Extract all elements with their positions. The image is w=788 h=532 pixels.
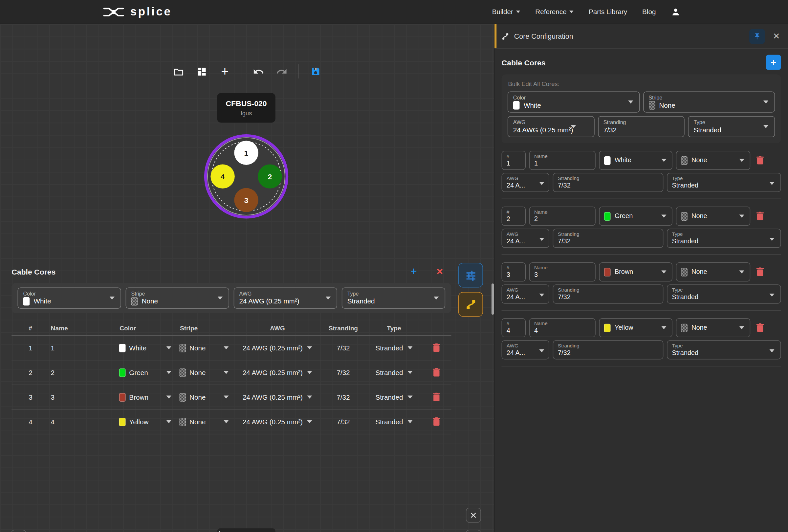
nav-item-reference[interactable]: Reference — [535, 8, 574, 16]
delete-core-icon[interactable] — [421, 417, 451, 426]
save-icon[interactable] — [309, 65, 322, 78]
core-number-field[interactable]: #4 — [502, 318, 526, 337]
color-select[interactable]: White — [117, 343, 178, 352]
open-project-icon[interactable] — [172, 65, 185, 78]
undo-icon[interactable] — [252, 65, 265, 78]
core-4[interactable]: 4 — [211, 164, 234, 189]
row-divider — [502, 199, 781, 199]
stripe-select[interactable]: None — [177, 393, 234, 401]
stripe-select[interactable]: None — [177, 417, 234, 426]
stranding-input[interactable]: Stranding7/32 — [553, 173, 664, 192]
close-overlay-button[interactable] — [466, 508, 481, 523]
core-number-field[interactable]: #1 — [502, 151, 526, 170]
delete-core-icon[interactable] — [421, 343, 451, 352]
bulk-color-select[interactable]: Color White — [18, 288, 121, 309]
bulk-stripe-select[interactable]: Stripe None — [126, 288, 229, 309]
color-select[interactable]: Yellow — [599, 318, 672, 337]
delete-core-icon[interactable] — [754, 262, 766, 281]
layout-dashboard-icon[interactable] — [195, 65, 209, 78]
awg-select[interactable]: 24 AWG (0.25 mm²) — [235, 393, 320, 401]
awg-select[interactable]: 24 AWG (0.25 mm²) — [235, 418, 320, 426]
core-number: 4 — [12, 418, 50, 426]
bulk-color-select[interactable]: Color White — [508, 92, 639, 113]
awg-select[interactable]: 24 AWG (0.25 mm²) — [235, 344, 320, 352]
core-name-field[interactable]: 4 — [50, 418, 117, 426]
color-select[interactable]: Brown — [599, 262, 672, 281]
stripe-select[interactable]: None — [676, 151, 751, 170]
color-select[interactable]: Green — [117, 368, 178, 377]
core-name-field[interactable]: Name1 — [529, 151, 596, 170]
core-name-field[interactable]: Name4 — [529, 318, 596, 337]
stranding-input[interactable]: Stranding7/32 — [553, 340, 664, 359]
core-configuration-tool-button[interactable] — [458, 292, 483, 317]
stripe-select[interactable]: None — [177, 343, 234, 352]
bulk-awg-select[interactable]: AWG 24 AWG (0.25 mm²) — [508, 116, 594, 137]
nav-item-parts-library[interactable]: Parts Library — [589, 8, 627, 16]
type-select[interactable]: Stranded — [367, 393, 421, 401]
type-select[interactable]: TypeStranded — [667, 229, 781, 248]
core-name-field[interactable]: 1 — [50, 344, 117, 352]
core-number-field[interactable]: #3 — [502, 262, 526, 281]
stripe-none-swatch — [681, 323, 688, 332]
bulk-stripe-select[interactable]: Stripe None — [643, 92, 775, 113]
core-3[interactable]: 3 — [234, 188, 258, 212]
expand-right-button[interactable] — [466, 530, 481, 532]
core-name-field[interactable]: Name2 — [529, 206, 596, 225]
awg-select[interactable]: 24 AWG (0.25 mm²) — [235, 369, 320, 376]
user-account-icon[interactable] — [671, 7, 680, 16]
stranding-input[interactable]: Stranding7/32 — [553, 229, 664, 248]
close-section-icon[interactable]: ✕ — [436, 266, 443, 276]
pin-panel-button[interactable] — [749, 29, 765, 43]
scrollbar-thumb[interactable] — [492, 283, 494, 315]
bulk-stranding-input[interactable]: Stranding 7/32 — [598, 116, 685, 137]
type-select[interactable]: TypeStranded — [667, 284, 781, 303]
type-select[interactable]: Stranded — [367, 418, 421, 426]
color-select[interactable]: Yellow — [117, 417, 178, 426]
delete-core-icon[interactable] — [421, 392, 451, 401]
close-panel-icon[interactable]: ✕ — [770, 30, 783, 42]
core-name-field[interactable]: 2 — [50, 369, 117, 376]
type-select[interactable]: TypeStranded — [667, 173, 781, 192]
delete-core-icon[interactable] — [754, 151, 766, 170]
nav-item-blog[interactable]: Blog — [642, 8, 656, 16]
delete-core-icon[interactable] — [754, 318, 766, 337]
add-core-icon[interactable]: + — [410, 266, 417, 276]
bulk-type-select[interactable]: Type Stranded — [688, 116, 775, 137]
stranding-input[interactable]: Stranding7/32 — [553, 284, 664, 303]
delete-core-icon[interactable] — [421, 368, 451, 377]
cable-part-card[interactable]: CFBUS-020 Igus — [217, 93, 275, 122]
bulk-type-select[interactable]: Type Stranded — [342, 288, 445, 309]
type-select[interactable]: Stranded — [367, 344, 421, 352]
stripe-select[interactable]: None — [676, 206, 751, 225]
awg-select[interactable]: AWG24 A... — [502, 173, 549, 192]
awg-select[interactable]: AWG24 A... — [502, 284, 549, 303]
core-2[interactable]: 2 — [258, 164, 282, 189]
core-1[interactable]: 1 — [234, 141, 258, 165]
bulk-edit-tool-button[interactable] — [458, 263, 483, 288]
add-component-icon[interactable]: + — [218, 65, 232, 78]
chevron-down-icon — [661, 215, 666, 218]
bulk-awg-select[interactable]: AWG 24 AWG (0.25 mm²) — [234, 288, 337, 309]
stripe-select[interactable]: None — [676, 318, 751, 337]
splice-logo[interactable]: splice — [103, 5, 172, 18]
table-row: 3 3 Brown None 24 AWG (0.25 mm²) 7/32 St… — [12, 385, 451, 410]
core-name-field[interactable]: 3 — [50, 393, 117, 401]
add-core-button[interactable]: + — [766, 55, 781, 70]
color-select[interactable]: White — [599, 151, 672, 170]
core-number-field[interactable]: #2 — [502, 206, 526, 225]
delete-core-icon[interactable] — [754, 206, 766, 225]
cores-table: # Name Color Stripe AWG Stranding Type 1… — [12, 321, 451, 434]
core-name-field[interactable]: Name3 — [529, 262, 596, 281]
type-select[interactable]: TypeStranded — [667, 340, 781, 359]
color-select[interactable]: Brown — [117, 393, 178, 401]
stranding-value: 7/32 — [320, 418, 367, 426]
color-select[interactable]: Green — [599, 206, 672, 225]
nav-item-builder[interactable]: Builder — [492, 8, 520, 16]
stripe-select[interactable]: None — [676, 262, 751, 281]
awg-select[interactable]: AWG24 A... — [502, 229, 549, 248]
type-select[interactable]: Stranded — [367, 369, 421, 376]
redo-icon[interactable] — [275, 65, 288, 78]
awg-select[interactable]: AWG24 A... — [502, 340, 549, 359]
expand-left-panel-button[interactable] — [11, 530, 26, 532]
stripe-select[interactable]: None — [177, 368, 234, 377]
